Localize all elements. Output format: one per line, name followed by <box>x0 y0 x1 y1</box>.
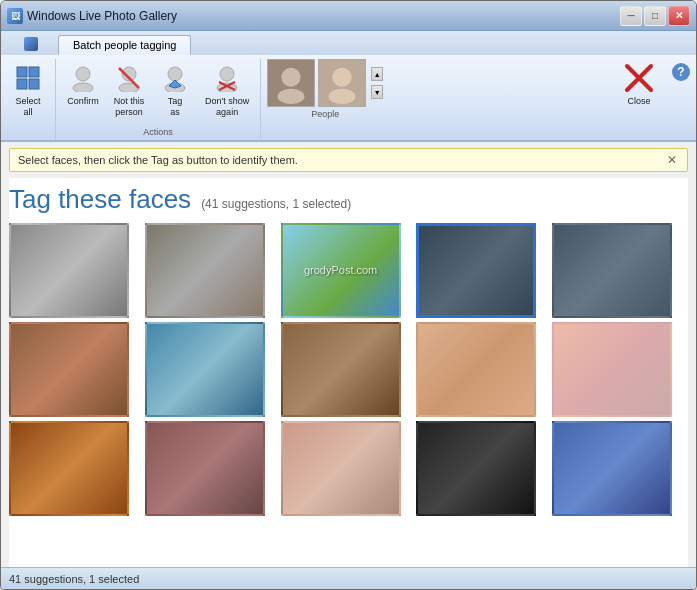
close-action-icon <box>623 62 655 94</box>
home-tab-icon <box>24 37 38 51</box>
close-action-label: Close <box>627 96 650 107</box>
not-this-person-icon <box>113 62 145 94</box>
ribbon-group-select: Selectall <box>1 59 56 140</box>
ribbon-group-close: Close <box>612 59 666 140</box>
person-thumb-1[interactable] <box>267 59 315 107</box>
not-this-person-button[interactable]: Not thisperson <box>108 59 150 121</box>
select-buttons: Selectall <box>7 59 49 140</box>
dont-show-again-button[interactable]: Don't showagain <box>200 59 254 121</box>
dont-show-icon <box>211 62 243 94</box>
image-cell[interactable] <box>552 421 672 516</box>
main-window: 🖼 Windows Live Photo Gallery ─ □ ✕ Batch… <box>0 0 697 590</box>
svg-rect-3 <box>29 79 39 89</box>
ribbon-group-actions: Confirm Not thisperson <box>56 59 261 140</box>
people-scroll-controls: ▲ ▼ <box>371 67 383 99</box>
people-scroll-up[interactable]: ▲ <box>371 67 383 81</box>
person-thumb-2[interactable] <box>318 59 366 107</box>
page-title-text: Tag these faces <box>9 184 191 215</box>
status-text: 41 suggestions, 1 selected <box>9 573 139 585</box>
select-all-label: Selectall <box>15 96 40 118</box>
svg-point-18 <box>278 89 305 104</box>
main-content: Tag these faces (41 suggestions, 1 selec… <box>9 178 688 567</box>
ribbon-group-people: ▲ ▼ People <box>261 59 389 140</box>
image-cell[interactable] <box>416 421 536 516</box>
page-title: Tag these faces (41 suggestions, 1 selec… <box>9 178 688 219</box>
image-cell[interactable] <box>281 421 401 516</box>
close-action-button[interactable]: Close <box>618 59 660 110</box>
confirm-button[interactable]: Confirm <box>62 59 104 110</box>
image-cell[interactable] <box>9 322 129 417</box>
image-cell[interactable] <box>281 322 401 417</box>
select-all-button[interactable]: Selectall <box>7 59 49 121</box>
tag-as-icon <box>159 62 191 94</box>
help-icon: ? <box>672 63 690 81</box>
svg-rect-2 <box>17 79 27 89</box>
tab-batch-tagging[interactable]: Batch people tagging <box>58 35 191 55</box>
svg-marker-11 <box>169 80 181 88</box>
svg-point-5 <box>73 83 93 92</box>
app-icon: 🖼 <box>7 8 23 24</box>
window-close-button[interactable]: ✕ <box>668 6 690 26</box>
image-cell[interactable] <box>552 223 672 318</box>
image-grid-container[interactable]: grodyPost.com <box>9 219 688 567</box>
info-bar-close[interactable]: ✕ <box>665 153 679 167</box>
window-title: Windows Live Photo Gallery <box>27 9 620 23</box>
image-cell[interactable] <box>145 421 265 516</box>
image-cell[interactable] <box>552 322 672 417</box>
svg-point-4 <box>76 67 90 81</box>
info-bar: Select faces, then click the Tag as butt… <box>9 148 688 172</box>
action-buttons: Confirm Not thisperson <box>62 59 254 125</box>
tab-label: Batch people tagging <box>73 39 176 51</box>
window-controls: ─ □ ✕ <box>620 6 690 26</box>
image-cell[interactable] <box>9 223 129 318</box>
image-cell[interactable] <box>416 322 536 417</box>
svg-point-13 <box>217 83 237 92</box>
minimize-button[interactable]: ─ <box>620 6 642 26</box>
image-cell[interactable] <box>145 223 265 318</box>
svg-rect-1 <box>29 67 39 77</box>
image-cell[interactable]: grodyPost.com <box>281 223 401 318</box>
tab-home[interactable] <box>9 33 56 55</box>
people-group-label: People <box>267 107 383 122</box>
titlebar: 🖼 Windows Live Photo Gallery ─ □ ✕ <box>1 1 696 31</box>
svg-point-9 <box>168 67 182 81</box>
people-thumbs: ▲ ▼ <box>267 59 383 107</box>
maximize-button[interactable]: □ <box>644 6 666 26</box>
close-group-spacer <box>618 125 660 140</box>
close-group-buttons: Close <box>618 59 660 125</box>
svg-point-20 <box>333 68 352 87</box>
svg-point-12 <box>220 67 234 81</box>
svg-point-21 <box>329 89 356 104</box>
not-this-person-label: Not thisperson <box>114 96 145 118</box>
status-bar: 41 suggestions, 1 selected <box>1 567 696 589</box>
help-button[interactable]: ? <box>666 59 696 140</box>
people-scroll-down[interactable]: ▼ <box>371 85 383 99</box>
ribbon-tabs: Batch people tagging <box>1 31 696 55</box>
image-cell[interactable] <box>416 223 536 318</box>
select-all-icon <box>12 62 44 94</box>
image-cell[interactable] <box>9 421 129 516</box>
dont-show-label: Don't showagain <box>205 96 249 118</box>
tag-as-label: Tagas <box>168 96 183 118</box>
actions-group-label: Actions <box>62 125 254 140</box>
image-grid: grodyPost.com <box>9 219 688 520</box>
svg-point-17 <box>282 68 301 87</box>
info-bar-message: Select faces, then click the Tag as butt… <box>18 154 298 166</box>
suggestions-count: (41 suggestions, 1 selected) <box>201 197 351 211</box>
image-cell[interactable] <box>145 322 265 417</box>
confirm-icon <box>67 62 99 94</box>
svg-rect-0 <box>17 67 27 77</box>
confirm-label: Confirm <box>67 96 99 107</box>
tag-as-button[interactable]: Tagas <box>154 59 196 121</box>
ribbon-toolbar: Selectall Confirm <box>1 55 696 142</box>
